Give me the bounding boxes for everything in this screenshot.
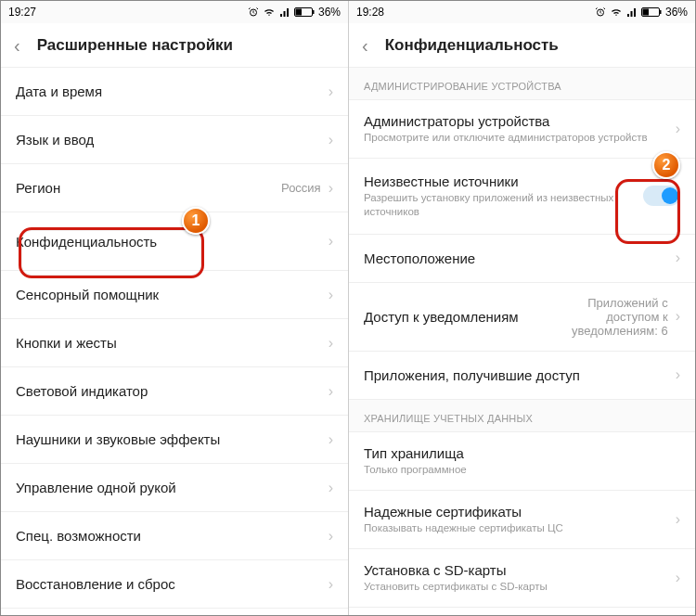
row-led-indicator[interactable]: Световой индикатор › (1, 367, 348, 416)
row-label: Администраторы устройства (364, 113, 676, 129)
svg-rect-2 (313, 10, 315, 14)
row-label: Установка с SD-карты (364, 562, 676, 578)
row-label: Дата и время (16, 83, 329, 99)
status-bar: 19:27 36% (1, 1, 348, 23)
row-label: Местоположение (364, 250, 676, 266)
status-right: 36% (248, 6, 341, 19)
wifi-icon (263, 6, 276, 18)
alarm-icon (248, 6, 259, 18)
row-install-from-sd[interactable]: Установка с SD-карты Установить сертифик… (349, 549, 695, 608)
row-language-input[interactable]: Язык и ввод › (1, 116, 348, 164)
chevron-right-icon: › (676, 250, 680, 266)
chevron-right-icon: › (329, 335, 333, 352)
row-label: Неизвестные источники (364, 173, 643, 189)
section-credential-storage: ХРАНИЛИЩЕ УЧЕТНЫХ ДАННЫХ (349, 400, 695, 432)
row-unknown-sources[interactable]: Неизвестные источники Разрешить установк… (349, 159, 695, 235)
row-notification-access[interactable]: Доступ к уведомлениям Приложений с досту… (349, 283, 695, 352)
wifi-icon (610, 6, 623, 18)
row-sublabel: Разрешить установку приложений из неизве… (364, 191, 643, 219)
row-value: Россия (281, 181, 321, 195)
chevron-right-icon: › (676, 121, 680, 137)
row-trusted-certs[interactable]: Надежные сертификаты Показывать надежные… (349, 491, 695, 549)
row-sublabel: Только программное (364, 463, 680, 477)
row-label: Наушники и звуковые эффекты (16, 431, 329, 447)
screen-advanced-settings: 19:27 36% ‹ Расширенные настройки (1, 1, 348, 615)
row-privacy[interactable]: Конфиденциальность › (1, 212, 348, 271)
status-bar: 19:28 36% (349, 1, 695, 23)
chevron-right-icon: › (676, 570, 680, 586)
svg-rect-6 (660, 10, 662, 14)
row-label: Кнопки и жесты (16, 335, 329, 351)
row-label: Световой индикатор (16, 383, 329, 399)
chevron-right-icon: › (329, 287, 333, 303)
chevron-right-icon: › (329, 480, 333, 496)
page-title: Расширенные настройки (37, 36, 233, 55)
section-device-admin: АДМИНИСТРИРОВАНИЕ УСТРОЙСТВА (349, 68, 695, 100)
row-buttons-gestures[interactable]: Кнопки и жесты › (1, 319, 348, 367)
row-value: Приложений с доступом к уведомлениям: 6 (538, 296, 668, 338)
chevron-right-icon: › (676, 366, 680, 383)
status-battery: 36% (318, 6, 341, 19)
chevron-right-icon: › (329, 233, 333, 250)
row-label: Спец. возможности (16, 528, 329, 544)
row-label: Регион (16, 180, 281, 196)
chevron-right-icon: › (676, 511, 680, 528)
row-label: Сенсорный помощник (16, 287, 329, 302)
svg-rect-3 (295, 9, 302, 16)
status-right: 36% (595, 6, 688, 19)
row-label: Приложения, получившие доступ (364, 367, 676, 383)
screen-privacy: 19:28 36% ‹ Конфиденциальность (348, 1, 695, 615)
chevron-right-icon: › (329, 528, 333, 545)
header: ‹ Конфиденциальность (349, 23, 695, 68)
row-touch-assistant[interactable]: Сенсорный помощник › (1, 271, 348, 319)
row-device-admins[interactable]: Администраторы устройства Просмотрите ил… (349, 100, 695, 159)
battery-icon (641, 6, 662, 18)
status-battery: 36% (665, 6, 688, 19)
row-headphones-audio[interactable]: Наушники и звуковые эффекты › (1, 416, 348, 464)
row-accessibility[interactable]: Спец. возможности › (1, 512, 348, 560)
row-region[interactable]: Регион Россия › (1, 164, 348, 212)
row-sublabel: Установить сертификаты с SD-карты (364, 580, 676, 594)
status-time: 19:27 (8, 6, 36, 19)
chevron-right-icon: › (329, 576, 333, 593)
chevron-right-icon: › (329, 383, 333, 400)
privacy-list: АДМИНИСТРИРОВАНИЕ УСТРОЙСТВА Администрат… (349, 68, 695, 608)
chevron-right-icon: › (329, 83, 333, 100)
chevron-right-icon: › (329, 132, 333, 148)
alarm-icon (595, 6, 606, 18)
row-label: Доступ к уведомлениям (364, 309, 538, 325)
chevron-right-icon: › (329, 431, 333, 448)
row-sublabel: Просмотрите или отключите администраторо… (364, 131, 676, 145)
row-label: Конфиденциальность (16, 234, 329, 250)
battery-icon (294, 6, 315, 18)
back-icon[interactable]: ‹ (362, 36, 368, 55)
row-label: Тип хранилища (364, 445, 680, 461)
row-storage-type[interactable]: Тип хранилища Только программное (349, 432, 695, 491)
svg-rect-7 (642, 9, 649, 16)
row-label: Надежные сертификаты (364, 504, 676, 520)
header: ‹ Расширенные настройки (1, 23, 348, 68)
chevron-right-icon: › (676, 308, 680, 325)
row-label: Язык и ввод (16, 132, 329, 148)
back-icon[interactable]: ‹ (14, 36, 20, 55)
page-title: Конфиденциальность (385, 36, 559, 55)
chevron-right-icon: › (329, 180, 333, 197)
row-backup-reset[interactable]: Восстановление и сброс › (1, 560, 348, 609)
signal-icon (626, 6, 638, 18)
row-label: Восстановление и сброс (16, 576, 329, 592)
row-one-hand[interactable]: Управление одной рукой › (1, 464, 348, 512)
unknown-sources-toggle[interactable] (643, 186, 680, 206)
status-time: 19:28 (356, 6, 384, 19)
row-sublabel: Показывать надежные сертификаты ЦС (364, 521, 676, 535)
row-apps-with-access[interactable]: Приложения, получившие доступ › (349, 352, 695, 400)
row-label: Управление одной рукой (16, 480, 329, 495)
row-date-time[interactable]: Дата и время › (1, 68, 348, 116)
settings-list: Дата и время › Язык и ввод › Регион Росс… (1, 68, 348, 609)
signal-icon (279, 6, 290, 18)
row-location[interactable]: Местоположение › (349, 235, 695, 283)
